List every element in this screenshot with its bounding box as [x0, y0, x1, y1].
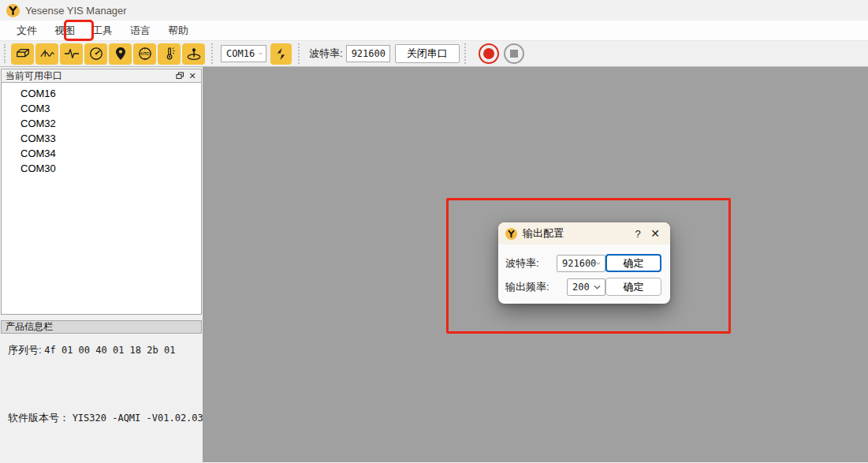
output-rate-confirm-button[interactable]: 确定 [605, 278, 661, 296]
orientation-pin-icon[interactable] [182, 43, 205, 65]
output-config-dialog: 输出配置 ? ✕ 波特率: 921600 确定 输出频率: 200 确定 [498, 222, 670, 304]
port-list-item[interactable]: COM16 [2, 86, 201, 101]
dialog-output-rate-label: 输出频率: [505, 280, 560, 294]
gauge-icon[interactable] [84, 43, 107, 65]
output-rate-row: 输出频率: 200 确定 [505, 278, 661, 296]
port-list-item[interactable]: COM32 [2, 116, 201, 131]
toolbar-separator [211, 43, 218, 64]
port-select-value: COM16 [226, 48, 255, 59]
spike-wave-icon[interactable] [60, 43, 83, 65]
menu-help[interactable]: 帮助 [159, 21, 197, 40]
chevron-down-icon [596, 261, 601, 266]
record-dot-icon [483, 48, 494, 59]
stop-square-icon [510, 50, 518, 58]
menu-language[interactable]: 语言 [121, 21, 159, 40]
dialog-title: 输出配置 [523, 226, 629, 241]
dialog-baud-value: 921600 [562, 258, 596, 269]
svg-text:UTC: UTC [140, 51, 149, 56]
chevron-down-icon [259, 51, 263, 56]
cube-3d-icon[interactable] [11, 43, 34, 65]
baud-confirm-button[interactable]: 确定 [605, 254, 661, 272]
chevron-down-icon [594, 285, 601, 289]
window-title: Yesense YIS Manager [25, 5, 127, 17]
available-ports-list[interactable]: COM16 COM3 COM32 COM33 COM34 COM30 [1, 83, 202, 315]
serial-ports-dock-header: 当前可用串口 ✕ [1, 69, 202, 83]
left-dock-panel: 当前可用串口 ✕ COM16 COM3 COM32 COM33 COM34 CO… [0, 67, 203, 462]
product-info-header: 产品信息栏 [1, 320, 202, 334]
menu-bar: 文件 视图 工具 语言 帮助 [0, 21, 868, 41]
product-info-body: 序列号: 4f 01 00 40 01 18 2b 01 软件版本号： YIS3… [0, 334, 203, 462]
product-info-title: 产品信息栏 [6, 320, 53, 334]
port-list-item[interactable]: COM3 [2, 101, 201, 116]
serial-number-line: 序列号: 4f 01 00 40 01 18 2b 01 [8, 343, 203, 357]
close-serial-port-button[interactable]: 关闭串口 [395, 44, 460, 63]
dialog-output-rate-value: 200 [572, 282, 590, 293]
baud-rate-label: 波特率: [309, 47, 343, 61]
port-list-item[interactable]: COM30 [2, 161, 201, 176]
port-list-item[interactable]: COM34 [2, 146, 201, 161]
dock-close-icon[interactable]: ✕ [186, 70, 199, 81]
menu-tools[interactable]: 工具 [84, 21, 121, 40]
toolbar-separator [298, 43, 304, 64]
angle-wave-icon[interactable] [35, 43, 58, 65]
refresh-ports-icon[interactable] [270, 43, 292, 65]
toolbar: UTC COM16 波特率: 921600 关闭串口 [0, 41, 868, 67]
dialog-baud-select[interactable]: 921600 [557, 255, 605, 272]
stop-button[interactable] [504, 43, 524, 64]
port-list-item[interactable]: COM33 [2, 131, 201, 146]
baud-rate-row: 波特率: 921600 确定 [505, 254, 661, 272]
dialog-output-rate-select[interactable]: 200 [567, 278, 605, 296]
software-version-label: 软件版本号： [8, 412, 69, 424]
location-pin-icon[interactable] [109, 43, 132, 65]
software-version-line: 软件版本号： YIS320 -AQMI -V01.02.03; [8, 411, 203, 425]
menu-file[interactable]: 文件 [8, 21, 46, 40]
dialog-logo-icon [505, 228, 517, 240]
serial-ports-dock-title: 当前可用串口 [6, 69, 62, 83]
toolbar-drag-handle[interactable] [4, 44, 9, 63]
thermometer-icon[interactable] [158, 43, 181, 65]
software-version-value: YIS320 -AQMI -V01.02.03; [73, 413, 209, 424]
dialog-baud-label: 波特率: [505, 256, 549, 271]
dialog-body: 波特率: 921600 确定 输出频率: 200 确定 [498, 245, 670, 296]
menu-view[interactable]: 视图 [46, 21, 84, 40]
serial-number-label: 序列号: [8, 344, 42, 356]
utc-clock-icon[interactable]: UTC [133, 43, 156, 65]
dock-float-icon[interactable] [173, 70, 186, 81]
dialog-close-icon[interactable]: ✕ [646, 225, 664, 242]
port-select[interactable]: COM16 [221, 45, 266, 62]
baud-rate-value: 921600 [352, 48, 386, 59]
serial-number-value: 4f 01 00 40 01 18 2b 01 [44, 345, 175, 356]
baud-rate-select[interactable]: 921600 [346, 45, 390, 62]
dialog-titlebar: 输出配置 ? ✕ [498, 222, 670, 245]
toolbar-separator [464, 43, 471, 64]
app-logo-icon [6, 4, 20, 17]
record-button[interactable] [479, 43, 499, 64]
window-titlebar: Yesense YIS Manager [0, 0, 868, 21]
dialog-help-icon[interactable]: ? [629, 225, 646, 242]
